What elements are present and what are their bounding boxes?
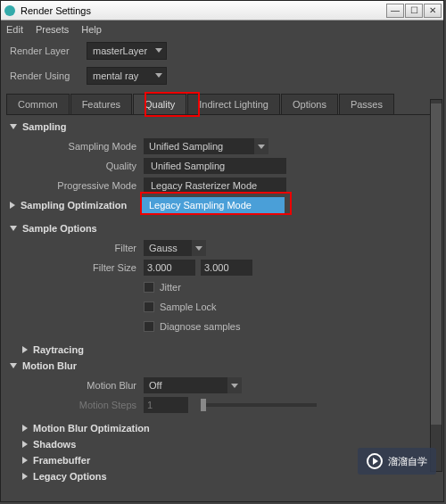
section-sampling-label: Sampling bbox=[22, 121, 67, 132]
render-layer-dropdown[interactable]: masterLayer bbox=[87, 42, 167, 60]
dropdown-option-legacy-rasterizer[interactable]: Legacy Rasterizer Mode bbox=[144, 178, 286, 194]
motion-blur-field-label: Motion Blur bbox=[10, 380, 144, 391]
dropdown-quality-label: Quality bbox=[10, 161, 144, 171]
section-sampling[interactable]: Sampling bbox=[1, 119, 443, 135]
sampling-optimization-label: Sampling Optimization bbox=[21, 200, 127, 211]
filter-label: Filter bbox=[10, 243, 144, 253]
close-window-button[interactable]: ✕ bbox=[424, 4, 442, 18]
chevron-down-icon bbox=[10, 226, 17, 231]
content-panel: Sampling Sampling Mode Unified Sampling … bbox=[1, 115, 443, 499]
chevron-right-icon bbox=[22, 441, 28, 448]
motion-steps-slider[interactable] bbox=[201, 403, 317, 407]
chevron-right-icon bbox=[22, 473, 28, 480]
section-motion-blur-optimization[interactable]: Motion Blur Optimization bbox=[1, 420, 443, 436]
sampling-mode-dropdown[interactable]: Unified Sampling bbox=[144, 138, 268, 154]
tab-features[interactable]: Features bbox=[70, 94, 132, 114]
chevron-right-icon bbox=[22, 425, 28, 432]
watermark: 溜溜自学 bbox=[358, 448, 436, 475]
chevron-down-icon bbox=[10, 363, 17, 368]
filter-dropdown[interactable]: Gauss bbox=[144, 240, 206, 256]
menu-edit[interactable]: Edit bbox=[6, 24, 23, 35]
render-using-dropdown[interactable]: mental ray bbox=[87, 67, 167, 85]
slider-thumb[interactable] bbox=[201, 399, 206, 411]
render-using-label: Render Using bbox=[10, 70, 81, 81]
chevron-down-icon bbox=[192, 240, 206, 256]
section-sample-options-label: Sample Options bbox=[22, 223, 97, 234]
filter-height-input[interactable] bbox=[201, 260, 252, 276]
watermark-text: 溜溜自学 bbox=[388, 455, 427, 468]
dropdown-option-legacy-sampling[interactable]: Legacy Sampling Mode bbox=[142, 197, 285, 213]
section-sampling-optimization[interactable]: Sampling Optimization bbox=[10, 200, 151, 211]
filter-value: Gauss bbox=[149, 243, 178, 253]
chevron-down-icon bbox=[155, 73, 162, 78]
diagnose-checkbox[interactable] bbox=[144, 321, 154, 332]
play-icon bbox=[367, 453, 383, 469]
chevron-down-icon bbox=[227, 377, 242, 393]
shadows-label: Shadows bbox=[33, 439, 76, 450]
legacy-options-label: Legacy Options bbox=[33, 471, 107, 482]
sampling-mode-label: Sampling Mode bbox=[10, 141, 144, 152]
section-motion-blur[interactable]: Motion Blur bbox=[1, 358, 443, 374]
scrollbar-thumb[interactable] bbox=[431, 103, 442, 425]
motion-blur-dropdown[interactable]: Off bbox=[144, 377, 242, 393]
menu-help[interactable]: Help bbox=[81, 24, 102, 35]
filter-width-input[interactable] bbox=[144, 260, 195, 276]
sample-lock-label: Sample Lock bbox=[160, 302, 217, 312]
chevron-down-icon bbox=[155, 48, 162, 53]
motion-blur-opt-label: Motion Blur Optimization bbox=[33, 423, 150, 434]
jitter-label: Jitter bbox=[160, 282, 181, 293]
chevron-right-icon bbox=[22, 346, 28, 353]
render-layer-label: Render Layer bbox=[10, 45, 81, 56]
motion-blur-label: Motion Blur bbox=[22, 360, 77, 371]
tab-passes[interactable]: Passes bbox=[339, 94, 394, 114]
svg-point-0 bbox=[4, 5, 15, 16]
titlebar: Render Settings — ☐ ✕ bbox=[1, 1, 443, 21]
chevron-down-icon bbox=[254, 138, 268, 154]
render-layer-value: masterLayer bbox=[93, 45, 147, 56]
motion-steps-input[interactable] bbox=[144, 397, 188, 413]
filter-size-label: Filter Size bbox=[10, 262, 144, 273]
render-using-value: mental ray bbox=[93, 70, 138, 81]
sample-lock-checkbox[interactable] bbox=[144, 302, 154, 312]
dropdown-option-unified[interactable]: Unified Sampling bbox=[144, 158, 286, 174]
motion-steps-label: Motion Steps bbox=[10, 400, 144, 410]
maximize-button[interactable]: ☐ bbox=[405, 4, 423, 18]
window-title: Render Settings bbox=[21, 5, 385, 16]
chevron-down-icon bbox=[10, 124, 17, 129]
section-raytracing[interactable]: Raytracing bbox=[1, 342, 443, 358]
menu-presets[interactable]: Presets bbox=[36, 24, 69, 35]
motion-blur-value: Off bbox=[149, 380, 161, 391]
tab-quality[interactable]: Quality bbox=[133, 94, 186, 114]
framebuffer-label: Framebuffer bbox=[33, 455, 90, 466]
sampling-mode-value: Unified Sampling bbox=[149, 141, 223, 152]
section-sample-options[interactable]: Sample Options bbox=[1, 220, 443, 236]
raytracing-label: Raytracing bbox=[33, 344, 84, 355]
chevron-right-icon bbox=[10, 202, 15, 209]
tabs: Common Features Quality Indirect Lightin… bbox=[6, 94, 438, 115]
menubar: Edit Presets Help bbox=[1, 21, 443, 38]
dropdown-progressive-label: Progressive Mode bbox=[10, 180, 144, 191]
tab-indirect-lighting[interactable]: Indirect Lighting bbox=[187, 94, 280, 114]
tab-common[interactable]: Common bbox=[6, 94, 70, 114]
app-icon bbox=[3, 4, 17, 18]
scrollbar[interactable] bbox=[430, 99, 442, 472]
minimize-button[interactable]: — bbox=[386, 4, 404, 18]
chevron-right-icon bbox=[22, 457, 28, 464]
diagnose-label: Diagnose samples bbox=[160, 321, 241, 332]
tab-options[interactable]: Options bbox=[281, 94, 338, 114]
jitter-checkbox[interactable] bbox=[144, 282, 154, 293]
